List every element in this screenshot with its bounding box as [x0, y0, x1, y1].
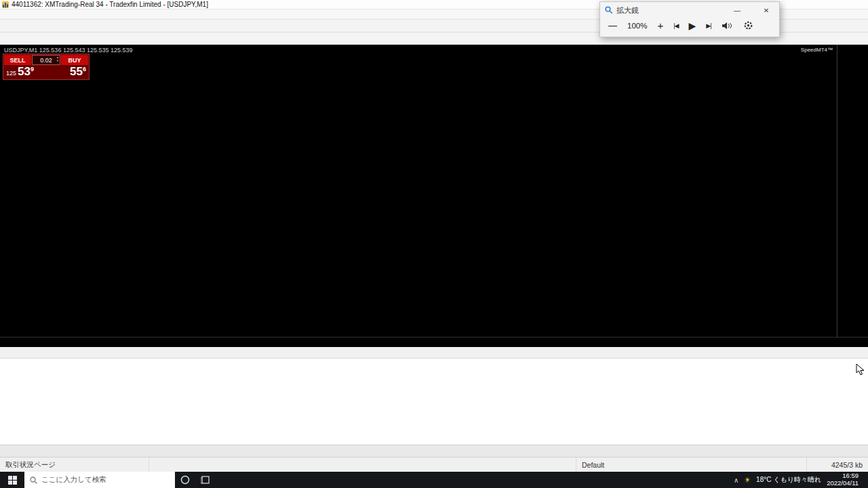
search-placeholder: ここに入力して検索 — [41, 475, 106, 485]
broker-watermark: SpeedMT4™ — [801, 47, 833, 53]
volume-value: 0.02 — [40, 57, 52, 64]
search-icon — [30, 476, 37, 484]
bid-price: 125539 — [6, 65, 34, 79]
start-button[interactable] — [0, 472, 24, 488]
zoom-out-control[interactable]: — — [608, 20, 617, 30]
next-button[interactable]: ▶| — [706, 22, 711, 29]
speaker-icon — [722, 22, 733, 30]
zoom-in-control[interactable]: + — [657, 20, 663, 31]
magnifier-window[interactable]: 拡大鏡 — ✕ — 100% + |◀ ▶ ▶| — [599, 1, 780, 37]
symbol-ohlc-overlay: USDJPY,M1 125.536 125.543 125.535 125.53… — [4, 47, 132, 54]
buy-button[interactable]: BUY — [61, 55, 88, 65]
ask-price: 556 — [70, 65, 86, 79]
magnifier-title: 拡大鏡 — [616, 5, 639, 16]
price-axis[interactable] — [837, 45, 868, 337]
terminal-panel — [0, 347, 868, 445]
task-view-button[interactable] — [195, 472, 216, 488]
status-message: 取引状況ページ — [0, 458, 149, 472]
sell-button[interactable]: SELL — [4, 55, 31, 65]
status-profile[interactable]: Default — [576, 458, 807, 472]
speaker-button[interactable] — [722, 22, 733, 30]
weather-text[interactable]: 18°C くもり時々晴れ — [756, 475, 821, 485]
mouse-cursor — [856, 363, 865, 375]
weather-icon: ☀ — [744, 476, 751, 485]
system-tray: ∧ ☀ 18°C くもり時々晴れ 16:59 2022/04/11 — [734, 472, 868, 487]
clock-date: 2022/04/11 — [827, 480, 859, 487]
account-summary-row — [0, 359, 868, 369]
chart-area[interactable]: USDJPY,M1 125.536 125.543 125.535 125.53… — [0, 45, 868, 347]
status-spacer — [149, 458, 576, 472]
time-axis[interactable] — [0, 337, 868, 347]
cortana-icon — [180, 475, 190, 485]
magnifier-minimize-button[interactable]: — — [724, 2, 750, 18]
tray-expand-icon[interactable]: ∧ — [734, 476, 738, 484]
magnifier-close-button[interactable]: ✕ — [753, 2, 779, 18]
terminal-tabs — [0, 445, 868, 457]
one-click-trading-panel: SELL 0.02 ▲▼ BUY 125539 556 — [3, 54, 90, 80]
task-view-icon — [201, 475, 210, 485]
taskbar-search[interactable]: ここに入力して検索 — [24, 472, 175, 488]
zoom-level: 100% — [627, 22, 647, 30]
taskbar-clock[interactable]: 16:59 2022/04/11 — [827, 472, 859, 487]
settings-button[interactable] — [743, 20, 753, 30]
volume-input[interactable]: 0.02 ▲▼ — [32, 55, 60, 65]
desktop: 44011362: XMTrading-Real 34 - Tradexfin … — [0, 0, 868, 488]
magnifier-titlebar[interactable]: 拡大鏡 — ✕ — [600, 2, 779, 18]
statusbar: 取引状況ページ Default 4245/3 kb — [0, 457, 868, 472]
mt4-app-icon — [2, 1, 9, 8]
taskbar: ここに入力して検索 ∧ ☀ 18°C くもり時々晴れ 16:59 2022/04… — [0, 472, 868, 488]
magnifier-controls: — 100% + |◀ ▶ ▶| — [600, 18, 779, 31]
play-button[interactable]: ▶ — [688, 20, 696, 31]
price-chart-canvas[interactable] — [0, 45, 837, 337]
previous-button[interactable]: |◀ — [673, 22, 678, 29]
volume-spinner[interactable]: ▲▼ — [56, 56, 59, 62]
window-title: 44011362: XMTrading-Real 34 - Tradexfin … — [12, 1, 208, 8]
table-header — [0, 347, 868, 359]
magnifier-icon — [605, 6, 613, 14]
windows-logo-icon — [8, 476, 17, 485]
gear-icon — [743, 20, 753, 30]
cortana-button[interactable] — [175, 472, 195, 488]
status-traffic: 4245/3 kb — [807, 458, 868, 472]
